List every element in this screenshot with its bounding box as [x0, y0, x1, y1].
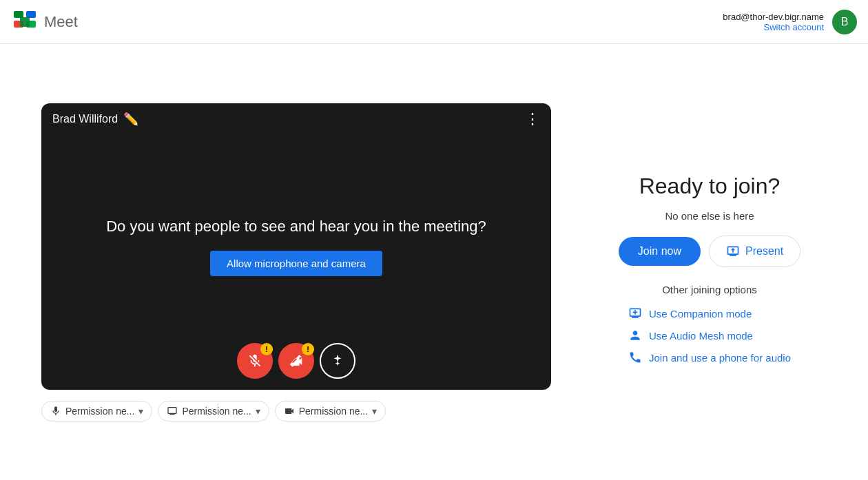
mute-microphone-button[interactable]: ! — [237, 343, 273, 379]
mic-perm-icon — [50, 406, 61, 417]
right-panel: Ready to join? No one else is here Join … — [592, 160, 827, 364]
permissions-row: Permission ne... ▾ Permission ne... ▾ Pe… — [41, 401, 551, 421]
audio-mesh-mode-option[interactable]: Use Audio Mesh mode — [628, 328, 753, 342]
svg-rect-2 — [26, 11, 36, 18]
cam-perm-label: Permission ne... — [299, 406, 368, 417]
ready-to-join-title: Ready to join? — [639, 174, 781, 199]
video-controls: ! ! — [237, 343, 355, 379]
mic-warning-badge: ! — [260, 343, 273, 355]
phone-audio-option[interactable]: Join and use a phone for audio — [628, 351, 791, 364]
header: Meet brad@thor-dev.bigr.name Switch acco… — [0, 0, 868, 44]
video-question-text: Do you want people to see and hear you i… — [92, 216, 500, 238]
screen-perm-label: Permission ne... — [182, 406, 251, 417]
present-screen-icon — [726, 244, 740, 258]
companion-mode-option[interactable]: Use Companion mode — [628, 306, 752, 320]
other-options-list: Use Companion mode Use Audio Mesh mode J… — [628, 306, 791, 364]
edit-name-icon[interactable]: ✏️ — [123, 112, 138, 127]
companion-mode-label: Use Companion mode — [649, 308, 752, 320]
cam-chevron-icon: ▾ — [372, 406, 377, 417]
present-button[interactable]: Present — [709, 236, 800, 267]
svg-rect-1 — [14, 11, 23, 18]
video-preview: Brad Williford ✏️ ⋮ Do you want people t… — [41, 103, 551, 390]
meet-logo-icon — [11, 8, 39, 36]
allow-microphone-camera-button[interactable]: Allow microphone and camera — [210, 251, 382, 276]
svg-rect-5 — [20, 17, 30, 27]
videocam-off-icon — [289, 353, 304, 368]
cam-perm-icon — [284, 406, 295, 417]
present-label: Present — [745, 245, 783, 258]
more-options-icon[interactable]: ⋮ — [525, 112, 540, 127]
join-now-button[interactable]: Join now — [619, 237, 701, 266]
sparkle-icon — [330, 353, 345, 368]
avatar[interactable]: B — [832, 10, 857, 34]
screen-perm-icon — [167, 406, 178, 417]
mute-camera-button[interactable]: ! — [278, 343, 314, 379]
camera-permission-select[interactable]: Permission ne... ▾ — [275, 401, 386, 421]
mic-off-icon — [247, 353, 262, 368]
phone-audio-icon — [628, 351, 642, 364]
main-content: Brad Williford ✏️ ⋮ Do you want people t… — [0, 44, 868, 480]
other-options-title: Other joining options — [662, 284, 757, 295]
screen-permission-select[interactable]: Permission ne... ▾ — [158, 401, 269, 421]
audio-mesh-mode-label: Use Audio Mesh mode — [649, 330, 753, 342]
screen-chevron-icon: ▾ — [256, 406, 260, 417]
mic-permission-select[interactable]: Permission ne... ▾ — [41, 401, 152, 421]
effects-button[interactable] — [320, 343, 355, 379]
join-row: Join now Present — [619, 236, 800, 267]
logo-area: Meet — [11, 8, 78, 36]
switch-account-link[interactable]: Switch account — [723, 22, 824, 32]
video-user-name: Brad Williford ✏️ — [52, 112, 138, 127]
companion-mode-icon — [628, 306, 642, 320]
account-info: brad@thor-dev.bigr.name Switch account — [723, 12, 824, 32]
audio-mesh-mode-icon — [628, 328, 642, 342]
video-section: Brad Williford ✏️ ⋮ Do you want people t… — [41, 103, 551, 421]
account-area: brad@thor-dev.bigr.name Switch account B — [723, 10, 857, 34]
no-one-here-text: No one else is here — [665, 210, 754, 222]
cam-warning-badge: ! — [302, 343, 314, 355]
mic-perm-label: Permission ne... — [65, 406, 134, 417]
mic-chevron-icon: ▾ — [138, 406, 143, 417]
account-email: brad@thor-dev.bigr.name — [723, 12, 824, 22]
phone-audio-label: Join and use a phone for audio — [649, 352, 791, 364]
app-name-label: Meet — [44, 13, 78, 31]
video-header: Brad Williford ✏️ ⋮ — [41, 103, 551, 135]
video-message-area: Do you want people to see and hear you i… — [92, 216, 500, 277]
